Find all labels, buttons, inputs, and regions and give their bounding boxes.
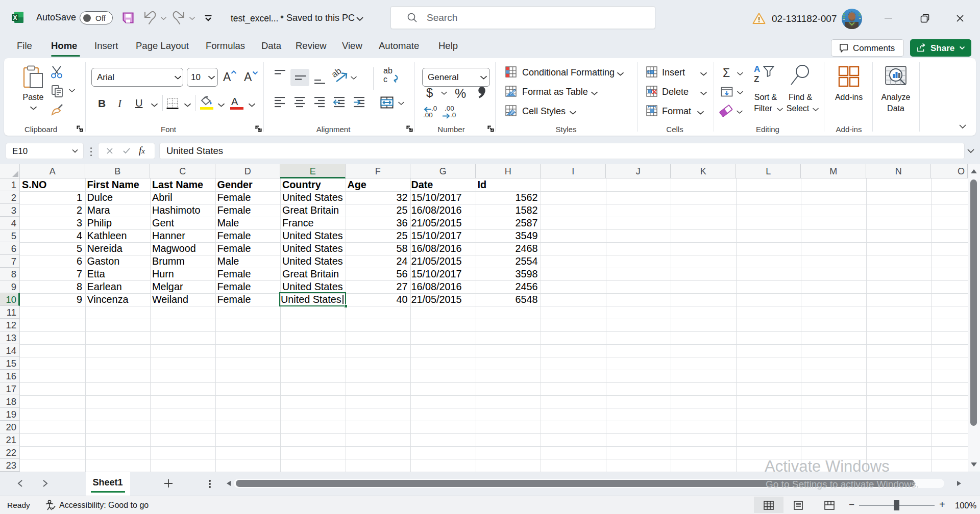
svg-text:X: X xyxy=(13,14,17,21)
